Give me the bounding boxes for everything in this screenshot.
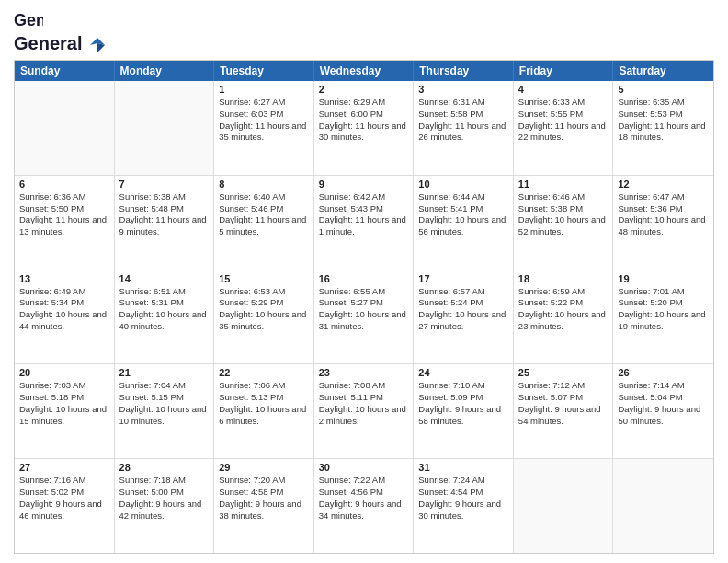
day-number: 26 xyxy=(618,367,709,378)
day-number: 13 xyxy=(19,273,109,284)
day-number: 29 xyxy=(219,462,309,473)
calendar-week-row: 20Sunrise: 7:03 AM Sunset: 5:18 PM Dayli… xyxy=(15,364,713,459)
cell-daylight-info: Sunrise: 6:27 AM Sunset: 6:03 PM Dayligh… xyxy=(219,97,309,144)
calendar-cell: 10Sunrise: 6:44 AM Sunset: 5:41 PM Dayli… xyxy=(414,176,514,270)
calendar-cell xyxy=(15,81,115,175)
page: General General SundayMondayTuesday xyxy=(0,0,728,563)
day-number: 20 xyxy=(19,367,109,378)
cell-daylight-info: Sunrise: 6:40 AM Sunset: 5:46 PM Dayligh… xyxy=(219,191,309,238)
logo-general-text: General xyxy=(14,33,82,53)
calendar-cell: 23Sunrise: 7:08 AM Sunset: 5:11 PM Dayli… xyxy=(314,364,415,458)
calendar-cell: 2Sunrise: 6:29 AM Sunset: 6:00 PM Daylig… xyxy=(314,81,415,175)
cell-daylight-info: Sunrise: 7:24 AM Sunset: 4:54 PM Dayligh… xyxy=(418,475,508,522)
day-of-week-header: Saturday xyxy=(613,61,713,81)
cell-daylight-info: Sunrise: 6:38 AM Sunset: 5:48 PM Dayligh… xyxy=(119,191,210,238)
day-number: 5 xyxy=(618,84,709,95)
calendar-cell: 5Sunrise: 6:35 AM Sunset: 5:53 PM Daylig… xyxy=(613,81,713,175)
calendar-cell: 8Sunrise: 6:40 AM Sunset: 5:46 PM Daylig… xyxy=(214,176,314,270)
calendar-week-row: 6Sunrise: 6:36 AM Sunset: 5:50 PM Daylig… xyxy=(15,176,713,270)
day-number: 31 xyxy=(418,462,508,473)
cell-daylight-info: Sunrise: 7:10 AM Sunset: 5:09 PM Dayligh… xyxy=(418,380,508,427)
svg-text:General: General xyxy=(14,11,43,29)
day-number: 4 xyxy=(518,84,609,95)
day-of-week-header: Tuesday xyxy=(214,61,314,81)
calendar-cell: 16Sunrise: 6:55 AM Sunset: 5:27 PM Dayli… xyxy=(314,270,415,364)
day-number: 18 xyxy=(518,273,609,284)
cell-daylight-info: Sunrise: 6:29 AM Sunset: 6:00 PM Dayligh… xyxy=(319,97,409,144)
logo-bird-icon xyxy=(88,36,107,54)
calendar-cell: 25Sunrise: 7:12 AM Sunset: 5:07 PM Dayli… xyxy=(514,364,614,458)
cell-daylight-info: Sunrise: 7:01 AM Sunset: 5:20 PM Dayligh… xyxy=(618,286,709,333)
cell-daylight-info: Sunrise: 6:47 AM Sunset: 5:36 PM Dayligh… xyxy=(618,191,709,238)
calendar-body: 1Sunrise: 6:27 AM Sunset: 6:03 PM Daylig… xyxy=(15,81,713,553)
cell-daylight-info: Sunrise: 6:59 AM Sunset: 5:22 PM Dayligh… xyxy=(518,286,609,333)
calendar-cell: 30Sunrise: 7:22 AM Sunset: 4:56 PM Dayli… xyxy=(314,459,415,553)
cell-daylight-info: Sunrise: 7:03 AM Sunset: 5:18 PM Dayligh… xyxy=(19,380,109,427)
day-number: 27 xyxy=(19,462,109,473)
cell-daylight-info: Sunrise: 6:35 AM Sunset: 5:53 PM Dayligh… xyxy=(618,97,709,144)
calendar-cell: 13Sunrise: 6:49 AM Sunset: 5:34 PM Dayli… xyxy=(15,270,115,364)
logo-icon: General xyxy=(14,9,43,33)
calendar-cell: 3Sunrise: 6:31 AM Sunset: 5:58 PM Daylig… xyxy=(414,81,514,175)
cell-daylight-info: Sunrise: 6:53 AM Sunset: 5:29 PM Dayligh… xyxy=(219,286,309,333)
cell-daylight-info: Sunrise: 6:31 AM Sunset: 5:58 PM Dayligh… xyxy=(418,97,508,144)
day-number: 8 xyxy=(219,178,309,190)
day-number: 14 xyxy=(119,273,210,284)
calendar-cell: 24Sunrise: 7:10 AM Sunset: 5:09 PM Dayli… xyxy=(414,364,514,458)
day-number: 30 xyxy=(319,462,409,473)
calendar-cell: 4Sunrise: 6:33 AM Sunset: 5:55 PM Daylig… xyxy=(514,81,614,175)
cell-daylight-info: Sunrise: 6:46 AM Sunset: 5:38 PM Dayligh… xyxy=(518,191,609,238)
day-of-week-header: Wednesday xyxy=(314,61,415,81)
day-number: 9 xyxy=(319,178,409,190)
calendar-cell: 15Sunrise: 6:53 AM Sunset: 5:29 PM Dayli… xyxy=(214,270,314,364)
calendar-cell: 14Sunrise: 6:51 AM Sunset: 5:31 PM Dayli… xyxy=(115,270,215,364)
day-number: 19 xyxy=(618,273,709,284)
calendar-cell: 31Sunrise: 7:24 AM Sunset: 4:54 PM Dayli… xyxy=(414,459,514,553)
calendar-cell: 6Sunrise: 6:36 AM Sunset: 5:50 PM Daylig… xyxy=(15,176,115,270)
cell-daylight-info: Sunrise: 6:51 AM Sunset: 5:31 PM Dayligh… xyxy=(119,286,210,333)
day-number: 12 xyxy=(618,178,709,190)
header: General General xyxy=(14,9,714,52)
cell-daylight-info: Sunrise: 6:44 AM Sunset: 5:41 PM Dayligh… xyxy=(418,191,508,238)
cell-daylight-info: Sunrise: 6:49 AM Sunset: 5:34 PM Dayligh… xyxy=(19,286,109,333)
day-number: 17 xyxy=(418,273,508,284)
calendar: SundayMondayTuesdayWednesdayThursdayFrid… xyxy=(14,60,714,554)
cell-daylight-info: Sunrise: 6:55 AM Sunset: 5:27 PM Dayligh… xyxy=(319,286,409,333)
calendar-cell xyxy=(115,81,215,175)
day-number: 25 xyxy=(518,367,609,378)
cell-daylight-info: Sunrise: 7:18 AM Sunset: 5:00 PM Dayligh… xyxy=(119,475,210,522)
calendar-cell: 17Sunrise: 6:57 AM Sunset: 5:24 PM Dayli… xyxy=(414,270,514,364)
day-number: 10 xyxy=(418,178,508,190)
calendar-week-row: 1Sunrise: 6:27 AM Sunset: 6:03 PM Daylig… xyxy=(15,81,713,176)
day-number: 11 xyxy=(518,178,609,190)
cell-daylight-info: Sunrise: 7:20 AM Sunset: 4:58 PM Dayligh… xyxy=(219,475,309,522)
calendar-cell: 11Sunrise: 6:46 AM Sunset: 5:38 PM Dayli… xyxy=(514,176,614,270)
calendar-cell: 12Sunrise: 6:47 AM Sunset: 5:36 PM Dayli… xyxy=(613,176,713,270)
day-of-week-header: Sunday xyxy=(15,61,115,81)
cell-daylight-info: Sunrise: 7:16 AM Sunset: 5:02 PM Dayligh… xyxy=(19,475,109,522)
day-number: 24 xyxy=(418,367,508,378)
calendar-cell: 20Sunrise: 7:03 AM Sunset: 5:18 PM Dayli… xyxy=(15,364,115,458)
calendar-cell: 19Sunrise: 7:01 AM Sunset: 5:20 PM Dayli… xyxy=(613,270,713,364)
cell-daylight-info: Sunrise: 7:08 AM Sunset: 5:11 PM Dayligh… xyxy=(319,380,409,427)
calendar-cell: 27Sunrise: 7:16 AM Sunset: 5:02 PM Dayli… xyxy=(15,459,115,553)
cell-daylight-info: Sunrise: 7:12 AM Sunset: 5:07 PM Dayligh… xyxy=(518,380,609,427)
day-of-week-header: Friday xyxy=(514,61,614,81)
calendar-cell: 7Sunrise: 6:38 AM Sunset: 5:48 PM Daylig… xyxy=(115,176,215,270)
cell-daylight-info: Sunrise: 6:57 AM Sunset: 5:24 PM Dayligh… xyxy=(418,286,508,333)
calendar-cell: 18Sunrise: 6:59 AM Sunset: 5:22 PM Dayli… xyxy=(514,270,614,364)
calendar-cell: 28Sunrise: 7:18 AM Sunset: 5:00 PM Dayli… xyxy=(115,459,215,553)
day-number: 6 xyxy=(19,178,109,190)
cell-daylight-info: Sunrise: 6:33 AM Sunset: 5:55 PM Dayligh… xyxy=(518,97,609,144)
calendar-cell: 9Sunrise: 6:42 AM Sunset: 5:43 PM Daylig… xyxy=(314,176,415,270)
calendar-cell: 26Sunrise: 7:14 AM Sunset: 5:04 PM Dayli… xyxy=(613,364,713,458)
logo: General General xyxy=(14,9,108,52)
day-number: 1 xyxy=(219,84,309,95)
calendar-header: SundayMondayTuesdayWednesdayThursdayFrid… xyxy=(15,61,713,81)
calendar-week-row: 27Sunrise: 7:16 AM Sunset: 5:02 PM Dayli… xyxy=(15,459,713,553)
day-number: 22 xyxy=(219,367,309,378)
day-number: 3 xyxy=(418,84,508,95)
calendar-cell xyxy=(514,459,614,553)
calendar-cell xyxy=(613,459,713,553)
cell-daylight-info: Sunrise: 7:14 AM Sunset: 5:04 PM Dayligh… xyxy=(618,380,709,427)
